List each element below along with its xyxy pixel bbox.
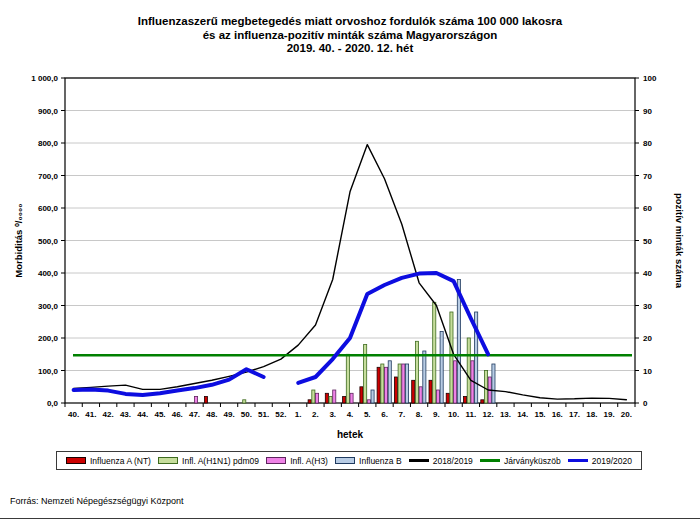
series-line (74, 369, 264, 395)
bar (464, 397, 467, 404)
legend-label: Influenza A (NT) (90, 456, 151, 466)
x-tick-label: 14. (517, 410, 528, 419)
bar (454, 361, 457, 403)
bar (364, 345, 367, 404)
bar (415, 341, 418, 403)
x-tick-label: 2. (312, 410, 319, 419)
left-tick-label: 900,0 (38, 107, 59, 116)
bar (308, 400, 311, 403)
x-tick-label: 17. (569, 410, 580, 419)
legend-item-influenza-a-nt: Influenza A (NT) (66, 456, 151, 466)
bar (419, 387, 422, 403)
bar (423, 351, 426, 403)
x-axis-title: hetek (0, 429, 700, 440)
bar (429, 380, 432, 403)
right-tick-label: 40 (643, 269, 652, 278)
bar (312, 390, 315, 403)
right-axis-title: pozitív minták száma (674, 193, 685, 289)
bar (446, 393, 449, 403)
x-tick-label: 49. (224, 410, 235, 419)
bar (360, 387, 363, 403)
bar (450, 312, 453, 403)
bar (333, 390, 336, 403)
x-tick-label: 40. (68, 410, 79, 419)
bar (433, 302, 436, 403)
left-tick-label: 0,0 (47, 399, 59, 408)
right-tick-label: 70 (643, 172, 652, 181)
bar (243, 400, 246, 403)
bar (329, 397, 332, 404)
legend-item-h1n1: Infl. A(H1N1) pdm09 (158, 456, 259, 466)
x-tick-label: 10. (448, 410, 459, 419)
bar (316, 393, 319, 403)
bar (388, 361, 391, 403)
legend-swatch-influenza-b (335, 457, 355, 464)
x-tick-label: 51. (258, 410, 269, 419)
left-tick-label: 500,0 (38, 237, 59, 246)
x-tick-label: 12. (483, 410, 494, 419)
x-tick-label: 41. (85, 410, 96, 419)
x-tick-label: 47. (189, 410, 200, 419)
x-tick-label: 19. (604, 410, 615, 419)
right-tick-label: 20 (643, 334, 652, 343)
left-tick-label: 700,0 (38, 172, 59, 181)
right-tick-label: 50 (643, 237, 652, 246)
legend-label: Infl. A(H1N1) pdm09 (182, 456, 259, 466)
bar (402, 364, 405, 403)
bar (492, 364, 495, 403)
right-tick-label: 60 (643, 204, 652, 213)
legend-swatch-2019-2020-line (568, 459, 588, 462)
left-tick-label: 300,0 (38, 302, 59, 311)
x-tick-label: 6. (381, 410, 388, 419)
legend-swatch-h1n1 (158, 457, 178, 464)
left-tick-label: 200,0 (38, 334, 59, 343)
bar (385, 367, 388, 403)
x-tick-label: 48. (206, 410, 217, 419)
right-tick-label: 90 (643, 107, 652, 116)
bar (204, 397, 207, 404)
chart-legend: Influenza A (NT) Infl. A(H1N1) pdm09 Inf… (56, 451, 642, 470)
legend-label: Influenza B (359, 456, 402, 466)
bar (394, 377, 397, 403)
bar (346, 354, 349, 403)
x-tick-label: 9. (433, 410, 440, 419)
legend-item-h3: Infl. A(H3) (266, 456, 328, 466)
legend-item-2019-2020: 2019/2020 (568, 456, 632, 466)
legend-swatch-threshold-line (480, 459, 500, 462)
left-tick-label: 1 000,0 (31, 74, 58, 83)
bottom-divider (0, 518, 700, 519)
bar (398, 364, 401, 403)
left-axis-title: Morbiditás ⁰/₀₀₀₀ (13, 203, 24, 277)
x-tick-label: 45. (154, 410, 165, 419)
x-tick-label: 4. (347, 410, 354, 419)
x-tick-label: 18. (586, 410, 597, 419)
bar (371, 390, 374, 403)
right-tick-label: 100 (643, 74, 657, 83)
left-tick-label: 100,0 (38, 367, 59, 376)
bar (381, 364, 384, 403)
x-tick-label: 1. (295, 410, 302, 419)
legend-label: 2018/2019 (433, 456, 473, 466)
legend-swatch-influenza-a-nt (66, 457, 86, 464)
left-tick-label: 800,0 (38, 139, 59, 148)
x-tick-label: 52. (275, 410, 286, 419)
x-tick-label: 3. (329, 410, 336, 419)
right-tick-label: 30 (643, 302, 652, 311)
x-tick-label: 13. (500, 410, 511, 419)
right-tick-label: 10 (643, 367, 652, 376)
x-tick-label: 15. (534, 410, 545, 419)
x-tick-label: 50. (241, 410, 252, 419)
right-tick-label: 80 (643, 139, 652, 148)
legend-item-influenza-b: Influenza B (335, 456, 402, 466)
x-tick-label: 42. (103, 410, 114, 419)
legend-swatch-2018-2019-line (409, 459, 429, 462)
bar (343, 397, 346, 404)
x-tick-label: 8. (416, 410, 423, 419)
series-line (74, 145, 627, 400)
legend-item-2018-2019: 2018/2019 (409, 456, 473, 466)
bar (406, 364, 409, 403)
right-tick-label: 0 (643, 399, 648, 408)
x-tick-label: 16. (552, 410, 563, 419)
left-tick-label: 600,0 (38, 204, 59, 213)
x-tick-label: 11. (466, 410, 477, 419)
